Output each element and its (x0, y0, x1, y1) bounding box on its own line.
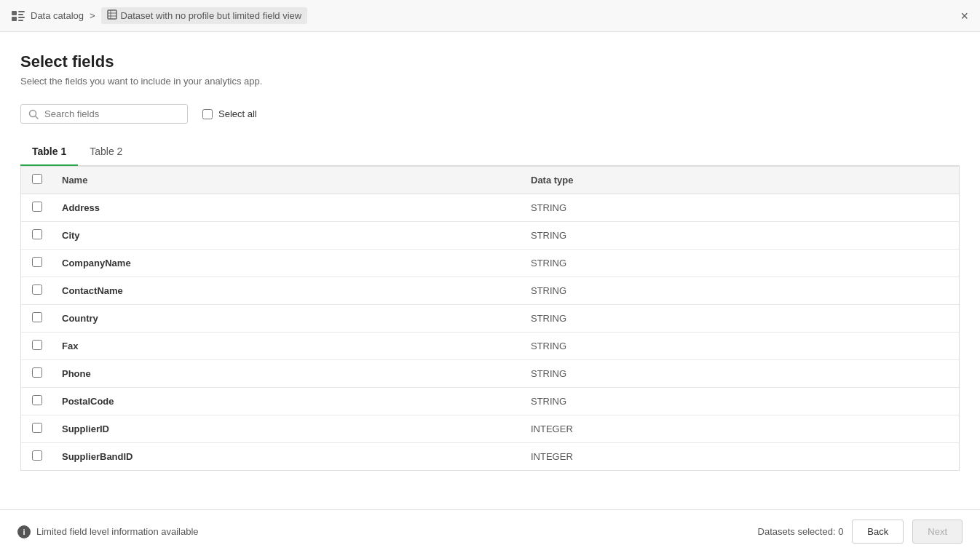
row-checkbox-7[interactable] (32, 395, 42, 405)
data-type: STRING (531, 313, 566, 324)
header-datatype: Data type (522, 167, 959, 194)
field-name: Address (62, 202, 100, 213)
dataset-icon (107, 9, 117, 22)
field-name: SupplierBandID (62, 451, 133, 462)
svg-line-11 (36, 116, 39, 119)
table-row: Country STRING (21, 305, 959, 333)
back-button[interactable]: Back (852, 520, 904, 544)
info-icon: i (17, 525, 31, 538)
table-row: Fax STRING (21, 333, 959, 360)
data-type: STRING (531, 285, 566, 296)
row-checkbox-cell (21, 388, 53, 415)
row-datatype-cell: INTEGER (522, 415, 959, 443)
table-row: Address STRING (21, 194, 959, 222)
field-name: PostalCode (62, 396, 114, 407)
row-checkbox-cell (21, 277, 53, 305)
footer-actions: Datasets selected: 0 Back Next (758, 520, 963, 544)
row-name-cell: CompanyName (53, 250, 522, 277)
table-body: Address STRING City STRING CompanyName S… (21, 194, 959, 471)
svg-rect-1 (18, 11, 25, 12)
row-datatype-cell: STRING (522, 333, 959, 360)
field-name: Country (62, 313, 98, 324)
field-name: City (62, 230, 80, 241)
row-checkbox-4[interactable] (32, 312, 42, 322)
field-name: ContactName (62, 285, 123, 296)
tab-table2[interactable]: Table 2 (78, 138, 134, 166)
row-checkbox-1[interactable] (32, 229, 42, 239)
search-input[interactable] (44, 108, 180, 119)
tabs-container: Table 1 Table 2 (20, 138, 960, 166)
header-checkbox-cell (21, 167, 53, 194)
svg-rect-4 (18, 17, 25, 18)
select-all-text: Select all (218, 108, 257, 119)
row-datatype-cell: STRING (522, 250, 959, 277)
svg-rect-2 (18, 14, 23, 15)
svg-rect-6 (108, 10, 116, 19)
fields-table: Name Data type Address STRING City STRIN… (21, 167, 959, 470)
table-row: Phone STRING (21, 360, 959, 388)
row-datatype-cell: STRING (522, 277, 959, 305)
close-button[interactable]: × (960, 9, 968, 23)
row-name-cell: Phone (53, 360, 522, 388)
search-box (20, 104, 188, 124)
row-checkbox-cell (21, 222, 53, 250)
row-datatype-cell: STRING (522, 222, 959, 250)
table-row: City STRING (21, 222, 959, 250)
row-checkbox-cell (21, 443, 53, 471)
tab-table1[interactable]: Table 1 (20, 138, 78, 166)
top-nav: Data catalog > Dataset with no profile b… (0, 0, 980, 32)
breadcrumb: Data catalog > Dataset with no profile b… (12, 7, 307, 24)
page-subtitle: Select the fields you want to include in… (20, 76, 960, 87)
row-checkbox-5[interactable] (32, 340, 42, 350)
search-icon (28, 109, 39, 119)
row-name-cell: City (53, 222, 522, 250)
table-row: SupplierID INTEGER (21, 415, 959, 443)
field-name: SupplierID (62, 423, 109, 434)
row-checkbox-0[interactable] (32, 202, 42, 212)
row-name-cell: SupplierID (53, 415, 522, 443)
row-datatype-cell: STRING (522, 194, 959, 222)
dataset-label: Dataset with no profile but limited fiel… (121, 10, 302, 21)
header-name: Name (53, 167, 522, 194)
row-checkbox-cell (21, 360, 53, 388)
row-name-cell: PostalCode (53, 388, 522, 415)
row-checkbox-cell (21, 333, 53, 360)
row-name-cell: ContactName (53, 277, 522, 305)
search-row: Select all (20, 104, 960, 124)
page-title: Select fields (20, 52, 960, 71)
data-type: STRING (531, 341, 566, 351)
catalog-label: Data catalog (31, 10, 84, 21)
data-type: STRING (531, 368, 566, 379)
row-name-cell: Address (53, 194, 522, 222)
header-checkbox[interactable] (32, 174, 42, 184)
select-all-label[interactable]: Select all (202, 108, 257, 119)
select-all-checkbox[interactable] (202, 109, 213, 119)
row-checkbox-3[interactable] (32, 285, 42, 295)
row-checkbox-cell (21, 305, 53, 333)
table-row: PostalCode STRING (21, 388, 959, 415)
table-row: CompanyName STRING (21, 250, 959, 277)
row-name-cell: Country (53, 305, 522, 333)
data-type: STRING (531, 396, 566, 407)
row-name-cell: SupplierBandID (53, 443, 522, 471)
data-type: INTEGER (531, 451, 573, 462)
main-content: Select fields Select the fields you want… (0, 32, 980, 471)
data-type: STRING (531, 258, 566, 268)
row-checkbox-cell (21, 415, 53, 443)
svg-rect-3 (12, 17, 17, 21)
row-checkbox-8[interactable] (32, 423, 42, 433)
table-header-row: Name Data type (21, 167, 959, 194)
footer-info-text: Limited field level information availabl… (36, 526, 199, 537)
table-row: ContactName STRING (21, 277, 959, 305)
row-datatype-cell: INTEGER (522, 443, 959, 471)
next-button[interactable]: Next (912, 520, 963, 544)
row-checkbox-6[interactable] (32, 367, 42, 378)
row-checkbox-2[interactable] (32, 257, 42, 267)
row-checkbox-9[interactable] (32, 450, 42, 461)
row-name-cell: Fax (53, 333, 522, 360)
dataset-badge: Dataset with no profile but limited fiel… (101, 7, 308, 24)
row-datatype-cell: STRING (522, 305, 959, 333)
field-name: Fax (62, 341, 78, 351)
footer-info: i Limited field level information availa… (17, 525, 199, 538)
row-checkbox-cell (21, 194, 53, 222)
